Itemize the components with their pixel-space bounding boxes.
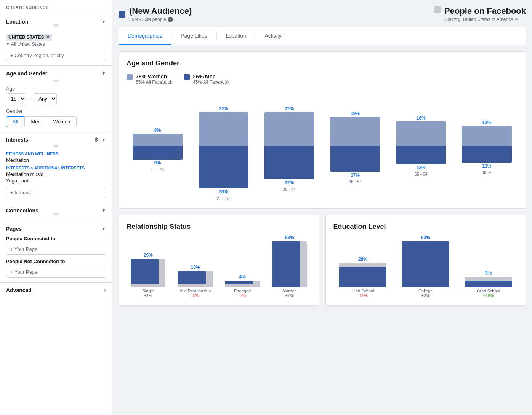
bar-label-1: 25 - 34 — [217, 196, 230, 201]
audience-info-icon[interactable]: i — [168, 17, 173, 22]
men-bar-1 — [199, 146, 248, 188]
edu-bar-group-2: 9%Grad School+18% — [459, 237, 518, 298]
men-bar-0 — [133, 146, 182, 160]
gender-all-button[interactable]: All — [6, 116, 24, 127]
age-gender-title[interactable]: Age and Gender ▼ — [6, 70, 106, 77]
bar-group-65-+: 13%11%65 + — [456, 93, 518, 201]
settings-icon[interactable]: ⚙ — [94, 137, 99, 143]
rel-pct-0: 29% — [144, 252, 153, 258]
connected-page-input[interactable] — [6, 244, 106, 255]
location-x-icon: ✕ — [6, 42, 10, 47]
interests-category-label: FITNESS AND WELLNESS — [6, 152, 106, 156]
relationship-chart-title: Relationship Status — [127, 223, 311, 231]
interests-icons: ⚙ ▼ — [94, 137, 106, 143]
interests-section: Interests ⚙ ▼ FITNESS AND WELLNESS Medit… — [0, 132, 112, 203]
rel-label-1: In a Relationship — [179, 289, 211, 293]
rel-delta-2: -7% — [239, 293, 246, 298]
age-gender-chart-container: Age and Gender 76% Women 55% All Faceboo… — [119, 51, 526, 209]
gender-women-button[interactable]: Women — [47, 116, 77, 127]
age-gender-label: Age and Gender — [6, 70, 47, 77]
women-pct-4: 16% — [417, 115, 426, 121]
men-pct-0: 9% — [154, 160, 161, 166]
rel-label-0: Single — [143, 289, 154, 293]
legend-women-label: 76% Women — [136, 73, 172, 80]
bar-label-2: 35 - 44 — [283, 187, 296, 192]
location-tag[interactable]: UNITED STATES ✕ — [6, 34, 52, 41]
women-bar-3 — [330, 117, 380, 146]
edu-delta-0: -11% — [358, 293, 368, 298]
connections-section: Connections ▼ — [0, 203, 112, 221]
women-bar-1 — [199, 112, 248, 146]
interest-item-1: Meditation — [6, 157, 106, 163]
connections-chevron: ▼ — [101, 208, 106, 213]
rel-bar-group-3: 53%Married+2% — [268, 237, 311, 298]
edu-label-0: High School — [351, 289, 374, 293]
bar-group-25---34: 22%28%25 - 34 — [192, 93, 255, 201]
bar-label-4: 55 - 64 — [415, 172, 428, 176]
women-bar-wrapper-4: 16% — [390, 93, 452, 146]
men-pct-2: 22% — [285, 180, 294, 185]
facebook-edit-icon[interactable]: ✏ — [515, 17, 519, 22]
legend-women-sub: 55% All Facebook — [136, 80, 172, 85]
main-content: (New Audience) 30M - 35M people i People… — [112, 0, 532, 415]
edu-delta-2: +18% — [483, 293, 494, 298]
interest-item-2: Meditation music — [6, 171, 106, 177]
rel-delta-1: -5% — [192, 293, 199, 298]
women-bar-2 — [264, 112, 314, 146]
rel-bar-group-1: 15%In a Relationship-5% — [174, 237, 217, 298]
main-tabs: Demographics Page Likes Location Activit… — [119, 27, 526, 45]
gender-label: Gender — [6, 108, 106, 114]
pages-section: Pages ▼ People Connected to People Not C… — [0, 221, 112, 283]
edu-pct-2: 9% — [485, 270, 492, 276]
gender-buttons: All Men Women — [6, 116, 106, 127]
tab-page-likes[interactable]: Page Likes — [171, 27, 216, 45]
pages-title[interactable]: Pages ▼ — [6, 226, 106, 232]
bar-label-0: 18 - 24 — [151, 167, 164, 172]
legend-women: 76% Women 55% All Facebook — [127, 73, 172, 85]
not-connected-label: People Not Connected to — [6, 259, 106, 264]
legend-men: 25% Men 45% All Facebook — [184, 73, 229, 85]
tab-demographics[interactable]: Demographics — [119, 27, 171, 45]
women-bar-4 — [396, 121, 446, 146]
location-remove-icon[interactable]: ✕ — [46, 34, 50, 40]
age-to-select[interactable]: Any — [34, 93, 57, 104]
audience-title-group: (New Audience) 30M - 35M people i — [119, 6, 192, 22]
facebook-title: People on Facebook — [444, 6, 526, 16]
location-funnel — [53, 24, 59, 27]
age-from-select[interactable]: 18 — [6, 93, 26, 104]
bar-group-45---54: 19%17%45 - 54 — [324, 93, 386, 201]
rel-delta-3: +2% — [285, 293, 294, 298]
bar-group-18---24: 8%9%18 - 24 — [127, 93, 189, 201]
interest-search-input[interactable] — [6, 187, 106, 198]
women-bar-wrapper-0: 8% — [127, 93, 189, 146]
rel-pct-1: 15% — [191, 265, 200, 270]
women-pct-2: 22% — [285, 106, 294, 112]
facebook-color-indicator — [434, 6, 441, 13]
men-bar-3 — [330, 146, 380, 172]
relationship-chart-container: Relationship Status 29%Single+1%15%In a … — [119, 215, 319, 306]
location-section-title[interactable]: Location ▼ — [6, 19, 106, 25]
education-chart-container: Education Level 28%High School-11%63%Col… — [325, 215, 526, 306]
not-connected-page-input[interactable] — [6, 267, 106, 278]
connections-title[interactable]: Connections ▼ — [6, 208, 106, 214]
location-chevron: ▼ — [101, 19, 106, 24]
women-bar-0 — [133, 134, 182, 146]
interests-title[interactable]: Interests ⚙ ▼ — [6, 137, 106, 143]
edu-label-2: Grad School — [477, 289, 500, 293]
edu-pct-0: 28% — [358, 257, 367, 262]
tab-activity[interactable]: Activity — [255, 27, 290, 45]
rel-bar-1 — [178, 271, 206, 284]
rel-bar-0 — [131, 259, 159, 284]
location-input[interactable] — [6, 50, 106, 61]
age-gender-section: Age and Gender ▼ Age 18 – Any Gender All… — [0, 66, 112, 132]
men-bar-2 — [264, 146, 314, 179]
age-gender-bar-chart: 8%9%18 - 2422%28%25 - 3422%22%35 - 4419%… — [127, 93, 518, 201]
age-gender-chart-title: Age and Gender — [127, 59, 518, 67]
men-bar-wrapper-2: 22% — [258, 146, 320, 185]
tab-location[interactable]: Location — [217, 27, 255, 45]
sidebar-header: CREATE AUDIENCE — [0, 0, 112, 14]
advanced-section[interactable]: Advanced › — [0, 283, 112, 298]
advanced-chevron-icon: › — [104, 287, 106, 293]
gender-men-button[interactable]: Men — [24, 116, 46, 127]
connections-funnel — [53, 213, 59, 216]
